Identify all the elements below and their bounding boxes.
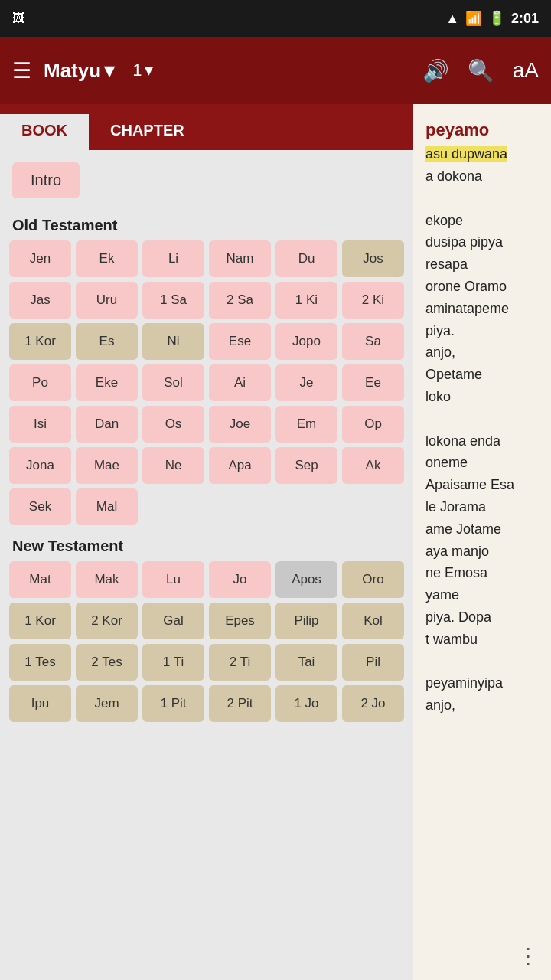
image-icon: 🖼 [12,11,24,25]
book-btn-es[interactable]: Es [76,323,138,360]
book-btn-tai[interactable]: Tai [276,644,337,681]
book-btn-jen[interactable]: Jen [9,240,71,277]
book-btn-mal[interactable]: Mal [76,488,138,525]
book-btn-sa[interactable]: Sa [342,323,404,360]
font-button[interactable]: aA [513,58,539,83]
text-line12: loko [425,389,451,404]
book-btn-op[interactable]: Op [342,406,404,443]
left-panel: BOOK CHAPTER Intro Old Testament JenEkLi… [0,104,413,980]
book-btn-oro[interactable]: Oro [342,561,404,598]
book-btn-ek[interactable]: Ek [76,240,138,277]
book-btn-sek[interactable]: Sek [9,488,71,525]
book-btn-2-sa[interactable]: 2 Sa [209,282,271,318]
book-btn-mat[interactable]: Mat [9,561,71,598]
book-btn-jo[interactable]: Jo [209,561,271,598]
book-btn-em[interactable]: Em [276,406,337,443]
text-line9: piya. [425,323,455,338]
text-line8: aminatapeme [425,301,509,316]
book-btn-2-ti[interactable]: 2 Ti [209,644,271,681]
book-btn-uru[interactable]: Uru [76,282,138,318]
old-testament-header: Old Testament [0,211,413,240]
text-line5: dusipa pipya [425,234,503,250]
book-btn-2-jo[interactable]: 2 Jo [342,685,404,722]
text-line18: aya manjo [425,544,489,559]
battery-icon: 🔋 [488,10,505,27]
bible-text: peyamo asu dupwana a dokona ekope dusipa… [425,116,539,717]
book-btn-je[interactable]: Je [276,364,337,401]
book-btn-kol[interactable]: Kol [342,603,404,639]
tab-book[interactable]: BOOK [0,114,89,150]
book-btn-ee[interactable]: Ee [342,364,404,401]
intro-section: Intro [0,150,413,211]
book-btn-nam[interactable]: Nam [209,240,271,277]
book-btn-2-pit[interactable]: 2 Pit [209,685,271,722]
book-btn-lu[interactable]: Lu [142,561,204,598]
book-btn-isi[interactable]: Isi [9,406,71,443]
book-btn-ese[interactable]: Ese [209,323,271,360]
menu-button[interactable]: ☰ [12,58,31,83]
book-btn-1-ki[interactable]: 1 Ki [276,282,337,318]
book-btn-1-ti[interactable]: 1 Ti [142,644,204,681]
chapter-dropdown-icon: ▾ [145,60,153,80]
book-btn-apa[interactable]: Apa [209,447,271,484]
book-btn-du[interactable]: Du [276,240,337,277]
chapter-selector[interactable]: 1 ▾ [132,60,153,80]
book-btn-ak[interactable]: Ak [342,447,404,484]
book-btn-jas[interactable]: Jas [9,282,71,318]
time-display: 2:01 [511,11,539,27]
book-btn-dan[interactable]: Dan [76,406,138,443]
book-btn-li[interactable]: Li [142,240,204,277]
search-button[interactable]: 🔍 [468,58,494,83]
book-btn-ne[interactable]: Ne [142,447,204,484]
book-btn-pil[interactable]: Pil [342,644,404,681]
book-btn-gal[interactable]: Gal [142,603,204,639]
wifi-icon: ▲ [445,11,459,27]
book-btn-os[interactable]: Os [142,406,204,443]
status-left: 🖼 [12,11,24,25]
book-btn-jos[interactable]: Jos [342,240,404,277]
text-line17: ame Jotame [425,521,501,537]
book-btn-1-kor[interactable]: 1 Kor [9,323,71,360]
more-button[interactable]: ⋮ [517,943,539,969]
book-btn-2-kor[interactable]: 2 Kor [76,603,138,639]
book-btn-ai[interactable]: Ai [209,364,271,401]
book-selector[interactable]: Matyu ▾ [44,59,114,83]
intro-button[interactable]: Intro [12,162,80,198]
book-btn-2-ki[interactable]: 2 Ki [342,282,404,318]
book-btn-mae[interactable]: Mae [76,447,138,484]
text-line23: peyaminyipa [425,675,503,691]
text-line3: a dokona [425,168,482,184]
text-line2: asu dupwana [425,146,507,162]
book-btn-1-pit[interactable]: 1 Pit [142,685,204,722]
chapter-label: 1 [132,60,142,80]
signal-icon: 📶 [465,10,482,27]
book-btn-sep[interactable]: Sep [276,447,337,484]
book-btn-eke[interactable]: Eke [76,364,138,401]
book-btn-epes[interactable]: Epes [209,603,271,639]
book-btn-1-jo[interactable]: 1 Jo [276,685,337,722]
book-btn-pilip[interactable]: Pilip [276,603,337,639]
status-bar: 🖼 ▲ 📶 🔋 2:01 [0,0,551,37]
book-btn-jona[interactable]: Jona [9,447,71,484]
book-btn-ipu[interactable]: Ipu [9,685,71,722]
book-btn-po[interactable]: Po [9,364,71,401]
book-btn-joe[interactable]: Joe [209,406,271,443]
text-line4: ekope [425,213,463,228]
top-bar: ☰ Matyu ▾ 1 ▾ 🔊 🔍 aA [0,37,551,104]
status-right: ▲ 📶 🔋 2:01 [445,10,539,27]
book-btn-ni[interactable]: Ni [142,323,204,360]
book-btn-sol[interactable]: Sol [142,364,204,401]
tab-chapter[interactable]: CHAPTER [89,114,206,150]
book-btn-1-tes[interactable]: 1 Tes [9,644,71,681]
sound-button[interactable]: 🔊 [422,58,449,83]
bottom-bar: ⋮ [413,931,551,980]
book-btn-jem[interactable]: Jem [76,685,138,722]
book-btn-1-sa[interactable]: 1 Sa [142,282,204,318]
book-btn-1-kor[interactable]: 1 Kor [9,603,71,639]
main-wrapper: BOOK CHAPTER Intro Old Testament JenEkLi… [0,104,551,980]
book-btn-2-tes[interactable]: 2 Tes [76,644,138,681]
book-btn-apos[interactable]: Apos [276,561,337,598]
book-btn-jopo[interactable]: Jopo [276,323,337,360]
book-btn-mak[interactable]: Mak [76,561,138,598]
text-line10: anjo, [425,345,455,360]
